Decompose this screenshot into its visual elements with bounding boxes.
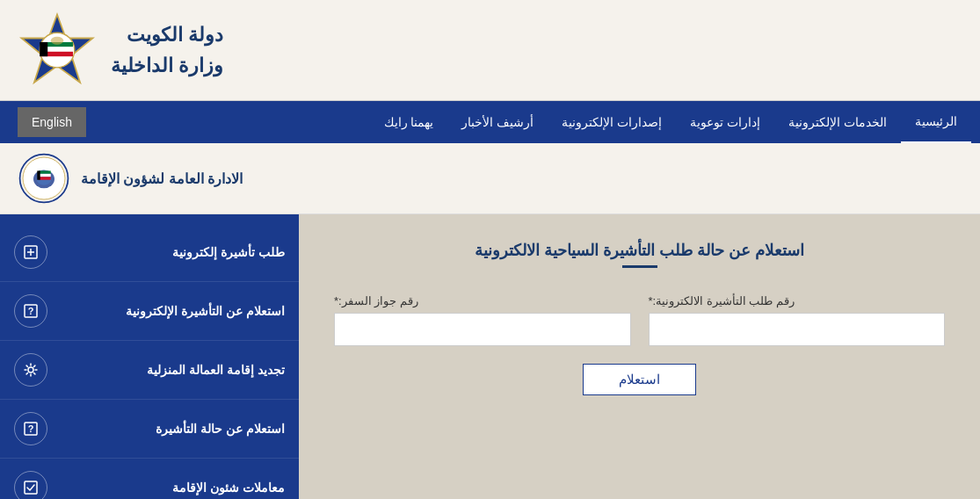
sidebar-item-label-inquiry-evisa: استعلام عن التأشيرة الإلكترونية: [56, 304, 285, 318]
sidebar-item-apply-visa[interactable]: طلب تأشيرة إلكترونية: [0, 223, 299, 282]
svg-rect-12: [39, 174, 51, 177]
form-section: استعلام عن حالة طلب التأشيرة السياحية ال…: [299, 214, 980, 499]
sidebar-item-label-residency-transactions: معاملات شئون الإقامة: [56, 481, 285, 495]
visa-number-label: رقم طلب التأشيرة الالكترونية:*: [649, 294, 795, 307]
svg-rect-14: [37, 170, 40, 179]
sidebar-item-label-apply-visa: طلب تأشيرة إلكترونية: [56, 245, 285, 259]
svg-rect-13: [39, 177, 51, 179]
passport-number-label: رقم جواز السفر:*: [334, 294, 418, 307]
sub-header: الادارة العامة لشؤون الإقامة: [0, 143, 980, 214]
sidebar-item-icon-renew-domestic: [14, 353, 47, 387]
nav-news-archive[interactable]: أرشيف الأخبار: [447, 101, 548, 143]
sidebar-item-inquiry-visa-status[interactable]: استعلام عن حالة التأشيرة ?: [0, 400, 299, 459]
nav-electronic-admin[interactable]: إصدارات الإلكترونية: [548, 101, 676, 143]
sidebar-item-icon-inquiry-visa-status: ?: [14, 412, 47, 445]
residency-logo-icon: [18, 152, 70, 205]
sidebar: طلب تأشيرة إلكترونية استعلام عن التأشيرة…: [0, 214, 299, 499]
nav-electronic-services[interactable]: الخدمات الإلكترونية: [774, 101, 901, 143]
form-row: رقم طلب التأشيرة الالكترونية:* رقم جواز …: [334, 294, 945, 346]
police-badge-icon: [18, 11, 97, 90]
svg-point-6: [51, 37, 63, 45]
sidebar-item-label-inquiry-visa-status: استعلام عن حالة التأشيرة: [56, 422, 285, 436]
svg-rect-23: [25, 481, 37, 494]
sidebar-item-renew-domestic[interactable]: تجديد إقامة العمالة المنزلية: [0, 341, 299, 400]
navbar: الرئيسية الخدمات الإلكترونية إدارات توعو…: [0, 101, 980, 143]
form-group-passport: رقم جواز السفر:*: [334, 294, 631, 346]
sidebar-item-residency-transactions[interactable]: معاملات شئون الإقامة: [0, 459, 299, 499]
english-button[interactable]: English: [18, 107, 86, 137]
submit-button[interactable]: استعلام: [583, 364, 696, 395]
nav-home[interactable]: الرئيسية: [901, 101, 971, 143]
header-title-line2: وزارة الداخلية: [111, 50, 223, 81]
sidebar-item-label-renew-domestic: تجديد إقامة العمالة المنزلية: [56, 363, 285, 377]
sub-header-title: الادارة العامة لشؤون الإقامة: [81, 170, 243, 187]
svg-text:?: ?: [28, 306, 34, 316]
form-group-visa: رقم طلب التأشيرة الالكترونية:*: [649, 294, 946, 346]
header-title: دولة الكويت وزارة الداخلية: [111, 19, 223, 81]
passport-number-input[interactable]: [334, 313, 631, 346]
svg-rect-11: [39, 170, 51, 173]
header: دولة الكويت وزارة الداخلية: [0, 0, 980, 101]
svg-rect-5: [40, 42, 47, 56]
svg-point-20: [28, 367, 33, 372]
sidebar-item-inquiry-evisa[interactable]: استعلام عن التأشيرة الإلكترونية ?: [0, 282, 299, 341]
form-divider: [622, 265, 657, 268]
form-title: استعلام عن حالة طلب التأشيرة السياحية ال…: [334, 241, 945, 260]
svg-text:?: ?: [28, 423, 34, 434]
sidebar-item-icon-inquiry-evisa: ?: [14, 294, 47, 328]
header-title-line1: دولة الكويت: [111, 19, 223, 50]
sidebar-item-icon-apply-visa: [14, 235, 47, 269]
main-content: استعلام عن حالة طلب التأشيرة السياحية ال…: [0, 214, 980, 499]
nav-your-opinion[interactable]: يهمنا رايك: [370, 101, 448, 143]
nav-awareness[interactable]: إدارات توعوية: [676, 101, 774, 143]
form-actions: استعلام: [334, 364, 945, 395]
visa-number-input[interactable]: [649, 313, 946, 346]
sidebar-item-icon-residency-transactions: [14, 471, 47, 499]
